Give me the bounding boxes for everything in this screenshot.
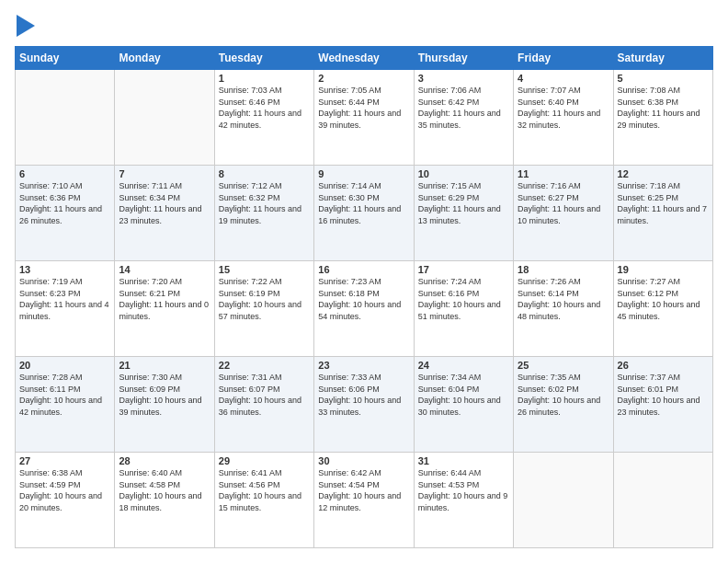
day-info: Sunrise: 7:10 AMSunset: 6:36 PMDaylight:…	[19, 180, 110, 226]
day-cell: 25Sunrise: 7:35 AMSunset: 6:02 PMDayligh…	[514, 357, 613, 453]
day-info: Sunrise: 7:24 AMSunset: 6:16 PMDaylight:…	[418, 276, 509, 322]
day-cell: 9Sunrise: 7:14 AMSunset: 6:30 PMDaylight…	[314, 166, 414, 261]
day-cell: 2Sunrise: 7:05 AMSunset: 6:44 PMDaylight…	[314, 70, 414, 166]
day-number: 2	[318, 73, 409, 84]
day-header: Monday	[115, 47, 214, 70]
day-number: 23	[318, 360, 409, 371]
day-info: Sunrise: 7:37 AMSunset: 6:01 PMDaylight:…	[618, 372, 709, 418]
day-info: Sunrise: 6:44 AMSunset: 4:53 PMDaylight:…	[418, 467, 509, 513]
day-cell: 18Sunrise: 7:26 AMSunset: 6:14 PMDayligh…	[514, 261, 613, 357]
day-cell: 3Sunrise: 7:06 AMSunset: 6:42 PMDaylight…	[414, 70, 513, 166]
week-row: 1Sunrise: 7:03 AMSunset: 6:46 PMDaylight…	[16, 70, 713, 166]
week-row: 27Sunrise: 6:38 AMSunset: 4:59 PMDayligh…	[16, 453, 713, 548]
day-info: Sunrise: 7:26 AMSunset: 6:14 PMDaylight:…	[518, 276, 609, 322]
day-header: Sunday	[16, 47, 115, 70]
day-cell: 24Sunrise: 7:34 AMSunset: 6:04 PMDayligh…	[414, 357, 513, 453]
day-info: Sunrise: 6:42 AMSunset: 4:54 PMDaylight:…	[318, 467, 409, 513]
page: SundayMondayTuesdayWednesdayThursdayFrid…	[0, 0, 728, 563]
day-cell: 5Sunrise: 7:08 AMSunset: 6:38 PMDaylight…	[613, 70, 712, 166]
day-cell: 27Sunrise: 6:38 AMSunset: 4:59 PMDayligh…	[16, 453, 115, 548]
day-info: Sunrise: 7:30 AMSunset: 6:09 PMDaylight:…	[119, 372, 210, 418]
day-number: 10	[418, 168, 509, 179]
day-cell: 14Sunrise: 7:20 AMSunset: 6:21 PMDayligh…	[115, 261, 214, 357]
day-info: Sunrise: 7:20 AMSunset: 6:21 PMDaylight:…	[119, 276, 210, 322]
day-cell: 19Sunrise: 7:27 AMSunset: 6:12 PMDayligh…	[613, 261, 712, 357]
day-number: 30	[318, 455, 409, 466]
day-cell: 16Sunrise: 7:23 AMSunset: 6:18 PMDayligh…	[314, 261, 414, 357]
day-cell	[16, 70, 115, 166]
day-cell: 23Sunrise: 7:33 AMSunset: 6:06 PMDayligh…	[314, 357, 414, 453]
day-number: 7	[119, 168, 210, 179]
day-info: Sunrise: 7:34 AMSunset: 6:04 PMDaylight:…	[418, 372, 509, 418]
header	[15, 15, 713, 37]
day-info: Sunrise: 7:23 AMSunset: 6:18 PMDaylight:…	[318, 276, 409, 322]
day-number: 22	[219, 360, 310, 371]
day-info: Sunrise: 7:18 AMSunset: 6:25 PMDaylight:…	[618, 180, 709, 226]
logo	[15, 15, 35, 37]
day-number: 14	[119, 264, 210, 275]
day-cell: 15Sunrise: 7:22 AMSunset: 6:19 PMDayligh…	[214, 261, 313, 357]
day-number: 27	[19, 455, 110, 466]
day-cell: 29Sunrise: 6:41 AMSunset: 4:56 PMDayligh…	[214, 453, 313, 548]
day-number: 15	[219, 264, 310, 275]
day-number: 4	[518, 73, 609, 84]
day-number: 25	[518, 360, 609, 371]
day-info: Sunrise: 7:33 AMSunset: 6:06 PMDaylight:…	[318, 372, 409, 418]
day-cell: 26Sunrise: 7:37 AMSunset: 6:01 PMDayligh…	[613, 357, 712, 453]
day-info: Sunrise: 6:40 AMSunset: 4:58 PMDaylight:…	[119, 467, 210, 513]
day-info: Sunrise: 7:12 AMSunset: 6:32 PMDaylight:…	[219, 180, 310, 226]
day-number: 24	[418, 360, 509, 371]
day-header: Tuesday	[214, 47, 313, 70]
day-cell: 4Sunrise: 7:07 AMSunset: 6:40 PMDaylight…	[514, 70, 613, 166]
day-cell: 30Sunrise: 6:42 AMSunset: 4:54 PMDayligh…	[314, 453, 414, 548]
day-info: Sunrise: 7:19 AMSunset: 6:23 PMDaylight:…	[19, 276, 110, 322]
day-info: Sunrise: 7:15 AMSunset: 6:29 PMDaylight:…	[418, 180, 509, 226]
day-number: 12	[618, 168, 709, 179]
day-cell	[613, 453, 712, 548]
day-info: Sunrise: 7:22 AMSunset: 6:19 PMDaylight:…	[219, 276, 310, 322]
day-number: 31	[418, 455, 509, 466]
day-number: 18	[518, 264, 609, 275]
day-number: 29	[219, 455, 310, 466]
week-row: 6Sunrise: 7:10 AMSunset: 6:36 PMDaylight…	[16, 166, 713, 261]
header-row: SundayMondayTuesdayWednesdayThursdayFrid…	[16, 47, 713, 70]
week-row: 13Sunrise: 7:19 AMSunset: 6:23 PMDayligh…	[16, 261, 713, 357]
day-cell	[115, 70, 214, 166]
day-info: Sunrise: 7:31 AMSunset: 6:07 PMDaylight:…	[219, 372, 310, 418]
day-info: Sunrise: 7:11 AMSunset: 6:34 PMDaylight:…	[119, 180, 210, 226]
day-cell: 10Sunrise: 7:15 AMSunset: 6:29 PMDayligh…	[414, 166, 513, 261]
day-info: Sunrise: 7:35 AMSunset: 6:02 PMDaylight:…	[518, 372, 609, 418]
calendar-table: SundayMondayTuesdayWednesdayThursdayFrid…	[15, 46, 713, 548]
day-cell: 31Sunrise: 6:44 AMSunset: 4:53 PMDayligh…	[414, 453, 513, 548]
day-header: Friday	[514, 47, 613, 70]
day-cell: 13Sunrise: 7:19 AMSunset: 6:23 PMDayligh…	[16, 261, 115, 357]
day-number: 26	[618, 360, 709, 371]
day-number: 1	[219, 73, 310, 84]
day-cell: 7Sunrise: 7:11 AMSunset: 6:34 PMDaylight…	[115, 166, 214, 261]
day-number: 13	[19, 264, 110, 275]
day-number: 11	[518, 168, 609, 179]
day-number: 5	[618, 73, 709, 84]
logo-text	[15, 15, 35, 37]
day-number: 21	[119, 360, 210, 371]
day-number: 3	[418, 73, 509, 84]
day-info: Sunrise: 7:27 AMSunset: 6:12 PMDaylight:…	[618, 276, 709, 322]
day-cell: 11Sunrise: 7:16 AMSunset: 6:27 PMDayligh…	[514, 166, 613, 261]
week-row: 20Sunrise: 7:28 AMSunset: 6:11 PMDayligh…	[16, 357, 713, 453]
day-cell: 21Sunrise: 7:30 AMSunset: 6:09 PMDayligh…	[115, 357, 214, 453]
day-cell: 20Sunrise: 7:28 AMSunset: 6:11 PMDayligh…	[16, 357, 115, 453]
day-header: Wednesday	[314, 47, 414, 70]
day-number: 9	[318, 168, 409, 179]
day-cell: 22Sunrise: 7:31 AMSunset: 6:07 PMDayligh…	[214, 357, 313, 453]
day-number: 6	[19, 168, 110, 179]
day-cell: 12Sunrise: 7:18 AMSunset: 6:25 PMDayligh…	[613, 166, 712, 261]
day-info: Sunrise: 7:03 AMSunset: 6:46 PMDaylight:…	[219, 85, 310, 131]
day-cell: 8Sunrise: 7:12 AMSunset: 6:32 PMDaylight…	[214, 166, 313, 261]
day-number: 20	[19, 360, 110, 371]
day-header: Thursday	[414, 47, 513, 70]
day-header: Saturday	[613, 47, 712, 70]
day-info: Sunrise: 7:06 AMSunset: 6:42 PMDaylight:…	[418, 85, 509, 131]
day-number: 19	[618, 264, 709, 275]
day-info: Sunrise: 7:28 AMSunset: 6:11 PMDaylight:…	[19, 372, 110, 418]
logo-icon	[17, 15, 35, 37]
